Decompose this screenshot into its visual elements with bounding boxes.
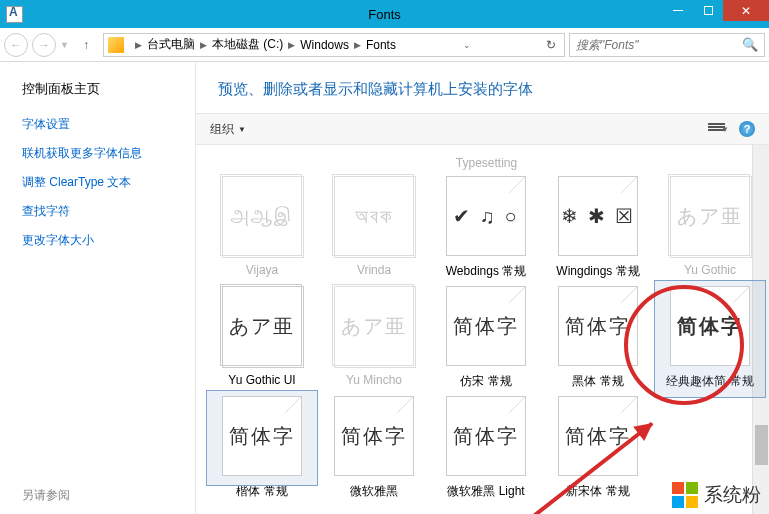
breadcrumb-sep[interactable]: ▶ <box>288 40 295 50</box>
window-title: Fonts <box>368 7 401 22</box>
history-dropdown[interactable]: ▼ <box>60 40 69 50</box>
organize-button[interactable]: 组织▼ <box>210 121 246 138</box>
breadcrumb-pc[interactable]: 台式电脑 <box>147 36 195 53</box>
toolbar: 组织▼ ▼ ? <box>196 113 769 145</box>
breadcrumb-sep[interactable]: ▶ <box>200 40 207 50</box>
maximize-button[interactable] <box>693 0 723 21</box>
font-preview: 简体字 <box>446 396 526 476</box>
font-grid: Typesetting அஆஇ Vijaya অবক Vrinda ✔ ♫ ○ … <box>196 145 769 514</box>
font-item-yu-gothic-ui[interactable]: あア亜 Yu Gothic UI <box>214 286 310 390</box>
font-preview: অবক <box>334 176 414 256</box>
sidebar-see-also: 另请参阅 <box>22 487 70 504</box>
sidebar-link-font-settings[interactable]: 字体设置 <box>22 116 195 133</box>
close-button[interactable]: ✕ <box>723 0 769 21</box>
font-preview: 简体字 <box>334 396 414 476</box>
back-button[interactable]: ← <box>4 33 28 57</box>
font-preview: あア亜 <box>222 286 302 366</box>
breadcrumb-drive[interactable]: 本地磁盘 (C:) <box>212 36 283 53</box>
font-item-webdings[interactable]: ✔ ♫ ○ Webdings 常规 <box>438 176 534 280</box>
sidebar-link-online-fonts[interactable]: 联机获取更多字体信息 <box>22 145 195 162</box>
address-bar[interactable]: ▶ 台式电脑 ▶ 本地磁盘 (C:) ▶ Windows ▶ Fonts ⌄ ↻ <box>103 33 565 57</box>
font-item-fangsong[interactable]: 简体字 仿宋 常规 <box>438 286 534 390</box>
breadcrumb-windows[interactable]: Windows <box>300 38 349 52</box>
navigation-bar: ← → ▼ ↑ ▶ 台式电脑 ▶ 本地磁盘 (C:) ▶ Windows ▶ F… <box>0 28 769 62</box>
scrollbar-thumb[interactable] <box>755 425 768 465</box>
font-item-xinsongti[interactable]: 简体字 新宋体 常规 <box>550 396 646 500</box>
up-button[interactable]: ↑ <box>75 34 97 56</box>
font-item-heiti[interactable]: 简体字 黑体 常规 <box>550 286 646 390</box>
sidebar-link-find-char[interactable]: 查找字符 <box>22 203 195 220</box>
font-preview: 简体字 <box>558 396 638 476</box>
font-preview: あア亜 <box>670 176 750 256</box>
font-item-weiruanyahei-light[interactable]: 简体字 微软雅黑 Light <box>438 396 534 500</box>
titlebar: Fonts ✕ <box>0 0 769 28</box>
font-preview: あア亜 <box>334 286 414 366</box>
font-item-weiruanyahei[interactable]: 简体字 微软雅黑 <box>326 396 422 500</box>
help-button[interactable]: ? <box>739 121 755 137</box>
font-preview: 简体字 <box>222 396 302 476</box>
font-preview: 简体字 <box>558 286 638 366</box>
sidebar-header[interactable]: 控制面板主页 <box>22 80 195 98</box>
window-controls: ✕ <box>663 0 769 21</box>
sidebar-link-cleartype[interactable]: 调整 ClearType 文本 <box>22 174 195 191</box>
view-options-button[interactable]: ▼ <box>708 123 729 135</box>
font-item-kaiti[interactable]: 简体字 楷体 常规 <box>214 396 310 500</box>
search-icon[interactable]: 🔍 <box>742 37 758 52</box>
font-item-jingdianqutijian[interactable]: 简体字 经典趣体简 常规 <box>662 286 758 390</box>
sidebar: 控制面板主页 字体设置 联机获取更多字体信息 调整 ClearType 文本 查… <box>0 62 195 514</box>
fonts-folder-icon <box>6 6 23 23</box>
sidebar-link-resize[interactable]: 更改字体大小 <box>22 232 195 249</box>
font-preview: ✔ ♫ ○ <box>446 176 526 256</box>
main-area: 控制面板主页 字体设置 联机获取更多字体信息 调整 ClearType 文本 查… <box>0 62 769 514</box>
forward-button[interactable]: → <box>32 33 56 57</box>
font-item-vrinda[interactable]: অবক Vrinda <box>326 176 422 280</box>
search-box[interactable]: 🔍 <box>569 33 765 57</box>
content-header: 预览、删除或者显示和隐藏计算机上安装的字体 <box>196 62 769 113</box>
breadcrumb-sep[interactable]: ▶ <box>354 40 361 50</box>
font-preview: 简体字 <box>446 286 526 366</box>
font-preview: 简体字 <box>670 286 750 366</box>
folder-icon <box>108 37 124 53</box>
font-item-wingdings[interactable]: ❄ ✱ ☒ Wingdings 常规 <box>550 176 646 280</box>
refresh-button[interactable]: ↻ <box>542 38 560 52</box>
breadcrumb-fonts[interactable]: Fonts <box>366 38 396 52</box>
address-dropdown[interactable]: ⌄ <box>463 40 471 50</box>
font-item-yu-mincho[interactable]: あア亜 Yu Mincho <box>326 286 422 390</box>
font-preview: அஆஇ <box>222 176 302 256</box>
font-preview: ❄ ✱ ☒ <box>558 176 638 256</box>
font-item-typesetting[interactable]: Typesetting <box>439 149 535 170</box>
content-pane: 预览、删除或者显示和隐藏计算机上安装的字体 组织▼ ▼ ? Typesettin… <box>195 62 769 514</box>
breadcrumb-sep[interactable]: ▶ <box>135 40 142 50</box>
font-item-vijaya[interactable]: அஆஇ Vijaya <box>214 176 310 280</box>
minimize-button[interactable] <box>663 0 693 21</box>
search-input[interactable] <box>576 38 742 52</box>
font-item-yu-gothic[interactable]: あア亜 Yu Gothic <box>662 176 758 280</box>
